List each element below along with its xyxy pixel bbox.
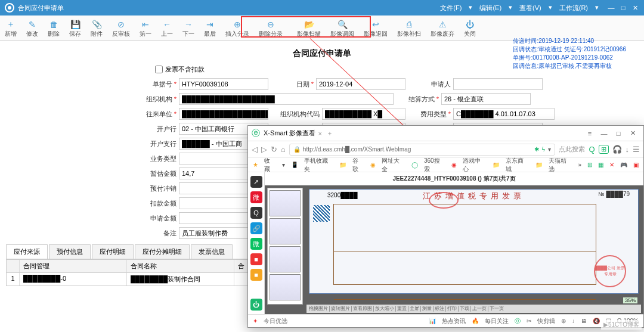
lbl-apply: 申请金额 <box>143 214 179 223</box>
search-icon[interactable]: Q <box>589 145 595 154</box>
thumbnail-panel[interactable] <box>267 188 303 305</box>
lbl-amt: 暂估金额 <box>143 169 179 178</box>
lbl-feetype: 费用类型 <box>417 110 453 119</box>
red-app-icon[interactable]: ■ <box>250 253 262 265</box>
share-sidebar: ↗ 微 Q 🔗 微 ■ ■ ⏻ <box>248 172 265 314</box>
search-placeholder[interactable]: 点此搜索 <box>559 145 585 154</box>
browser-statusbar: ✦今日优选 📊热点资讯 🔥每日关注 ⓔ ✂快剪辑 ⊕↓🖥🔇☐Q 100% <box>248 314 643 327</box>
反审核-icon: ⊘ <box>116 19 126 30</box>
tab-发票信息[interactable]: 发票信息 <box>191 244 233 259</box>
toolbar-保存[interactable]: 💾保存 <box>64 18 86 39</box>
toolbar-影像调阅[interactable]: 🔍影像调阅 <box>326 18 359 39</box>
fld-orgcode[interactable]: ██████████ X█ <box>322 108 405 120</box>
thumbnail[interactable] <box>270 246 301 272</box>
round-seal-icon: ████公司 发票专用章 <box>594 255 626 287</box>
fld-remark[interactable]: 员工服装制作费 <box>179 227 250 239</box>
toolbar-第一[interactable]: ⇤第一 <box>135 18 156 39</box>
invoice-image[interactable]: 3200████ 江苏增值税专用发票 № ████79 ████公司 发票专用章 <box>309 189 639 294</box>
toolbar-影像废弃[interactable]: ⚠影像废弃 <box>426 18 459 39</box>
lock-icon: 🔒 <box>293 146 301 153</box>
link-icon[interactable]: 🔗 <box>250 222 262 234</box>
back-icon[interactable]: ◁ <box>252 145 258 154</box>
invoice-number: № ████79 <box>598 191 630 197</box>
fld-partner[interactable]: ████████████████████ <box>179 108 268 120</box>
插入分录-icon: ⊕ <box>232 19 243 30</box>
toolbar-反审核[interactable]: ⊘反审核 <box>107 18 135 39</box>
fld-feetype[interactable]: C███████ 4.01.01.07.03 <box>453 108 555 120</box>
fld-date[interactable]: 2019-12-04 <box>316 78 405 90</box>
thumbnail[interactable] <box>270 274 301 300</box>
lbl-prepay: 预付冲销 <box>143 184 179 193</box>
url-bar[interactable]: 🔒 http://d.eas.cmh█.com/XSmart.WebImag ✱… <box>289 144 556 156</box>
minimize-button[interactable]: — <box>607 4 615 12</box>
toolbar-修改[interactable]: ✎修改 <box>21 18 43 39</box>
compat-icon[interactable]: ✱ <box>534 146 539 153</box>
thumbnail[interactable] <box>270 190 301 216</box>
关闭-icon: ⏻ <box>465 19 475 30</box>
lbl-bank: 开户行 <box>143 125 179 134</box>
影像扫描-icon: 📂 <box>304 19 314 30</box>
toolbar-影像补扫[interactable]: ⎙影像补扫 <box>392 18 426 39</box>
影像废弃-icon: ⚠ <box>437 19 448 30</box>
invoice-grid <box>333 204 596 285</box>
fld-apply[interactable] <box>179 212 250 224</box>
title-bar: 合同应付申请单 文件(F) ▾ 编辑(E) ▾ 查看(V) ▾ 工作流(R) ▾… <box>0 0 644 15</box>
fld-org[interactable]: ████████████████████ <box>179 93 394 105</box>
toolbar-删除分录[interactable]: ⊖删除分录 <box>254 18 287 39</box>
checkbox[interactable] <box>155 66 163 73</box>
新增-icon: ＋ <box>5 19 16 30</box>
删除分录-icon: ⊖ <box>265 19 276 30</box>
invoice-code: 3200████ <box>327 192 358 198</box>
toolbar-上一[interactable]: ←上一 <box>156 18 178 39</box>
tab-应付明细[interactable]: 应付明细 <box>92 244 134 259</box>
toolbar-新增[interactable]: ＋新增 <box>0 18 21 39</box>
fld-amt[interactable]: 14,7 <box>179 167 250 179</box>
fld-billno[interactable]: HTYF00039108 <box>179 78 268 90</box>
popup-close-button[interactable]: ✕ <box>626 129 640 137</box>
share-icon[interactable]: ↗ <box>250 176 262 188</box>
toolbar-最后[interactable]: ⇥最后 <box>199 18 221 39</box>
popup-max-button[interactable]: □ <box>611 130 626 137</box>
reload-icon[interactable]: ↻ <box>271 145 277 154</box>
popup-menu-icon[interactable]: ≡ <box>583 130 597 137</box>
menu-file[interactable]: 文件(F) <box>440 4 462 13</box>
window-title: 合同应付申请单 <box>18 4 440 13</box>
tab-预付信息[interactable]: 预付信息 <box>49 244 91 259</box>
lbl-date: 日期 <box>280 80 316 89</box>
toolbar-下一[interactable]: →下一 <box>178 18 199 39</box>
thumbnail[interactable] <box>270 218 301 244</box>
toolbar-关闭[interactable]: ⏻关闭 <box>459 18 481 39</box>
fld-prepay[interactable] <box>179 182 250 194</box>
toolbar-插入分录[interactable]: ⊕插入分录 <box>221 18 254 39</box>
headphone-icon[interactable]: 🎧 <box>612 145 622 154</box>
删除-icon: 🗑 <box>48 19 59 30</box>
附件-icon: 📎 <box>91 19 102 30</box>
star-icon[interactable]: ★ <box>253 162 258 168</box>
tab-应付分摊明细[interactable]: 应付分摊明细 <box>135 244 190 259</box>
fld-deduct[interactable] <box>179 197 250 209</box>
toolbar-附件[interactable]: 📎附件 <box>86 18 107 39</box>
toolbar-删除[interactable]: 🗑删除 <box>43 18 64 39</box>
maximize-button[interactable]: □ <box>619 4 627 12</box>
download-icon[interactable]: ↓ <box>626 145 630 154</box>
fld-applicant[interactable] <box>453 78 543 90</box>
popup-min-button[interactable]: — <box>597 130 611 137</box>
orange-app-icon[interactable]: ■ <box>250 269 262 281</box>
wechat-icon[interactable]: 微 <box>250 238 262 250</box>
doc-title: 合同应付申请单 <box>6 48 638 59</box>
forward-icon[interactable]: ▷ <box>261 145 267 154</box>
toolbar-影像退回[interactable]: ↩影像退回 <box>359 18 392 39</box>
lbl-billno: 单据号 <box>143 80 179 89</box>
menu-edit[interactable]: 编辑(E) <box>479 4 501 13</box>
menu-view[interactable]: 查看(V) <box>519 4 541 13</box>
menu-workflow[interactable]: 工作流(R) <box>559 4 588 13</box>
tab-应付来源[interactable]: 应付来源 <box>6 244 48 259</box>
weibo-icon[interactable]: 微 <box>250 191 262 203</box>
power-icon[interactable]: ⏻ <box>250 299 262 311</box>
invoice-no-deduct-check[interactable]: 发票不含扣款 <box>155 65 638 74</box>
close-button[interactable]: ✕ <box>631 4 639 12</box>
home-icon[interactable]: ⌂ <box>281 145 286 154</box>
qzone-icon[interactable]: Q <box>250 207 262 219</box>
toolbar-影像扫描[interactable]: 📂影像扫描 <box>292 18 326 39</box>
fld-settle[interactable]: 26 - 银企直联 <box>441 93 531 105</box>
